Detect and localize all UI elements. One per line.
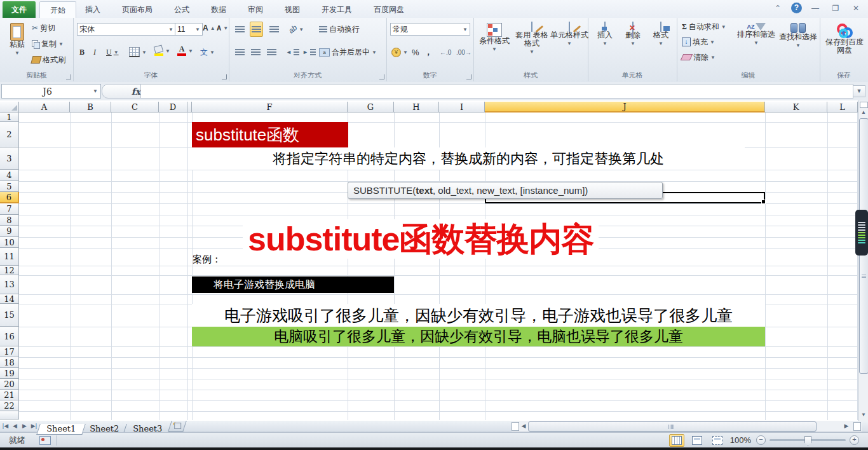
first-sheet-icon[interactable]: |◀ xyxy=(1,421,10,431)
cell-headline[interactable]: substitute函数替换内容 xyxy=(243,219,599,259)
collapse-ribbon-icon[interactable]: ⌃ xyxy=(771,3,785,13)
row-header-20[interactable]: 20 xyxy=(0,379,19,390)
col-header-i[interactable]: I xyxy=(439,102,485,112)
tab-data[interactable]: 数据 xyxy=(201,1,236,18)
grow-font-button[interactable]: A▲ xyxy=(201,22,217,34)
number-format-select[interactable]: 常规▼ xyxy=(390,23,470,36)
col-header-e[interactable]: E xyxy=(187,102,192,112)
cell-description[interactable]: 将指定字符串的特定内容，替换成新的内容，可指定替换第几处 xyxy=(192,147,745,170)
scroll-down-icon[interactable]: ▼ xyxy=(858,411,868,419)
row-header-12[interactable]: 12 xyxy=(0,266,19,275)
col-header-c[interactable]: C xyxy=(111,102,159,112)
row-header-16[interactable]: 16 xyxy=(0,327,19,346)
overlay-widget[interactable] xyxy=(855,210,868,256)
tab-page-layout[interactable]: 页面布局 xyxy=(112,1,163,18)
horizontal-scroll-thumb[interactable] xyxy=(528,421,817,432)
minimize-button[interactable]: — xyxy=(808,3,822,13)
row-header-7[interactable]: 7 xyxy=(0,203,19,215)
border-button[interactable]: ▼ xyxy=(128,46,148,58)
conditional-formatting-button[interactable]: 条件格式 ▼ xyxy=(475,20,514,53)
zoom-out-icon[interactable]: − xyxy=(756,435,766,445)
scroll-up-icon[interactable]: ▲ xyxy=(858,108,868,117)
row-header-11[interactable]: 11 xyxy=(0,248,19,266)
autosum-button[interactable]: Σ 自动求和▼ xyxy=(681,20,728,33)
number-dialog-launcher-icon[interactable] xyxy=(466,74,471,79)
col-header-h[interactable]: H xyxy=(394,102,439,112)
cell-styles-button[interactable]: 单元格样式 ▼ xyxy=(548,20,590,48)
tab-review[interactable]: 审阅 xyxy=(238,1,273,18)
row-header-4[interactable]: 4 xyxy=(0,170,19,181)
increase-indent-button[interactable]: ► xyxy=(301,46,317,58)
bold-button[interactable]: B xyxy=(78,46,86,58)
align-right-button[interactable] xyxy=(266,46,278,58)
sort-filter-button[interactable]: AZ 排序和筛选▼ xyxy=(734,20,778,47)
merge-center-button[interactable]: a 合并后居中▼ xyxy=(318,46,378,58)
cut-button[interactable]: ✂ 剪切 xyxy=(31,22,57,34)
decrease-decimal-button[interactable]: .00→ xyxy=(455,46,473,58)
zoom-thumb-icon[interactable] xyxy=(804,436,811,446)
sheet-tab-sheet1[interactable]: Sheet1 xyxy=(36,424,86,435)
col-header-a[interactable]: A xyxy=(19,102,70,112)
alignment-dialog-launcher-icon[interactable] xyxy=(379,74,384,79)
zoom-slider[interactable]: − + xyxy=(756,435,859,445)
shrink-font-button[interactable]: A▼ xyxy=(215,22,229,34)
align-bottom-button[interactable] xyxy=(268,23,280,36)
format-as-table-button[interactable]: 套用 表格格式 ▼ xyxy=(512,20,552,56)
format-painter-button[interactable]: 格式刷 xyxy=(31,53,67,66)
row-header-14[interactable]: 14 xyxy=(0,294,19,304)
fill-button[interactable]: ↓ 填充▼ xyxy=(681,36,716,48)
tab-view[interactable]: 视图 xyxy=(275,1,310,18)
tab-home[interactable]: 开始 xyxy=(39,1,76,18)
align-middle-button[interactable] xyxy=(250,22,263,37)
cells-area[interactable]: substitute函数 将指定字符串的特定内容，替换成新的内容，可指定替换第几… xyxy=(19,112,858,420)
vertical-split-handle[interactable] xyxy=(860,102,868,108)
name-box[interactable]: J6 ▼ xyxy=(1,84,101,99)
row-header-2[interactable]: 2 xyxy=(0,122,19,147)
insert-worksheet-icon[interactable]: ✱ xyxy=(168,421,187,432)
row-header-19[interactable]: 19 xyxy=(0,368,19,379)
fill-handle[interactable] xyxy=(761,200,766,204)
page-layout-view-button[interactable] xyxy=(689,434,705,447)
italic-button[interactable]: I xyxy=(92,46,97,58)
orientation-button[interactable]: ab▼ xyxy=(287,23,305,36)
phonetic-button[interactable]: 文▼ xyxy=(199,46,216,58)
zoom-track[interactable] xyxy=(770,439,846,441)
font-name-select[interactable]: 宋体▼ xyxy=(77,23,176,36)
col-header-d[interactable]: D xyxy=(159,102,187,112)
row-header-10[interactable]: 10 xyxy=(0,237,19,248)
name-box-dropdown-icon[interactable]: ▼ xyxy=(93,88,100,94)
clipboard-dialog-launcher-icon[interactable] xyxy=(66,74,71,79)
close-button[interactable]: ✕ xyxy=(849,3,863,13)
row-header-5[interactable]: 5 xyxy=(0,181,19,192)
find-select-button[interactable]: 查找和选择▼ xyxy=(776,20,820,50)
row-header-22[interactable]: 22 xyxy=(0,400,19,411)
row-header-18[interactable]: 18 xyxy=(0,357,19,368)
scroll-left-icon[interactable]: ◀ xyxy=(519,421,528,431)
col-header-l[interactable]: L xyxy=(827,102,858,112)
macro-record-icon[interactable] xyxy=(39,436,51,445)
clear-button[interactable]: 清除▼ xyxy=(681,51,717,64)
paste-dropdown-icon[interactable]: ▼ xyxy=(15,49,20,57)
horizontal-split-handle[interactable] xyxy=(853,422,861,431)
row-header-1[interactable]: 1 xyxy=(0,112,19,122)
tab-formulas[interactable]: 公式 xyxy=(164,1,200,18)
tab-file[interactable]: 文件 xyxy=(3,1,36,18)
tab-insert[interactable]: 插入 xyxy=(75,1,111,18)
select-all-corner[interactable] xyxy=(0,102,19,112)
fill-color-button[interactable]: ▼ xyxy=(153,44,172,57)
insert-function-button[interactable]: fx xyxy=(102,84,146,99)
font-color-button[interactable]: A ▼ xyxy=(176,44,194,57)
vertical-scrollbar[interactable]: ▲ ▼ xyxy=(858,100,868,421)
restore-button[interactable]: ❐ xyxy=(829,3,843,13)
copy-button[interactable]: 复制 ▼ xyxy=(31,38,65,50)
row-header-13[interactable]: 13 xyxy=(0,275,19,294)
col-header-j-selected[interactable]: J xyxy=(485,102,765,112)
horizontal-scrollbar[interactable]: ◀ ▶ xyxy=(512,421,862,432)
expand-formula-bar-icon[interactable]: ▼ xyxy=(853,85,865,97)
prev-sheet-icon[interactable]: ◀ xyxy=(11,421,19,431)
row-header-17[interactable]: 17 xyxy=(0,346,19,357)
formula-input[interactable] xyxy=(140,84,853,99)
paste-button[interactable]: 粘贴 ▼ xyxy=(3,20,32,57)
copy-dropdown-icon[interactable]: ▼ xyxy=(58,41,64,47)
cell-case-label[interactable]: 案例： xyxy=(193,248,221,268)
